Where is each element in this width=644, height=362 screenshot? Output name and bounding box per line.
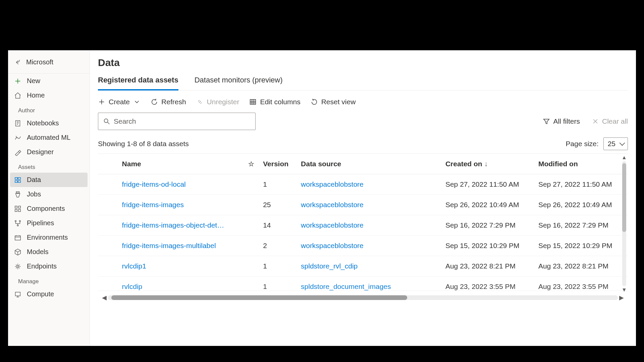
vertical-scrollbar[interactable]: ▲ ▼ (621, 154, 627, 294)
svg-rect-2 (18, 177, 20, 179)
data-source-link[interactable]: workspaceblobstore (301, 221, 364, 229)
environments-icon (14, 234, 21, 241)
column-favorite[interactable]: ☆ (243, 154, 260, 174)
sidebar-item-label: Data (27, 176, 41, 184)
table-row[interactable]: fridge-items-od-local1workspaceblobstore… (98, 174, 628, 195)
search-icon (103, 118, 110, 125)
sidebar-item-environments[interactable]: Environments (8, 230, 90, 245)
data-source-link[interactable]: workspaceblobstore (301, 180, 364, 188)
hscroll-thumb[interactable] (111, 295, 407, 300)
vscroll-track[interactable] (622, 161, 626, 286)
sidebar-item-models[interactable]: Models (8, 245, 90, 259)
table-row[interactable]: fridge-items-images25workspaceblobstoreS… (98, 195, 628, 215)
all-filters-button[interactable]: All filters (543, 117, 580, 125)
page-size-label: Page size: (566, 140, 599, 148)
asset-version: 14 (260, 215, 298, 236)
unregister-button[interactable]: Unregister (196, 98, 239, 106)
asset-version: 25 (260, 195, 298, 215)
asset-name-link[interactable]: fridge-items-od-local (122, 180, 236, 188)
sidebar-section-manage: Manage (8, 274, 90, 287)
edit-columns-button[interactable]: Edit columns (249, 98, 300, 106)
scroll-left-icon[interactable]: ◀ (101, 294, 108, 301)
modified-on: Aug 23, 2022 3:55 PM (535, 277, 628, 291)
scroll-up-icon[interactable]: ▲ (622, 154, 627, 161)
sidebar-item-jobs[interactable]: Jobs (8, 187, 90, 201)
star-icon: ☆ (248, 160, 254, 168)
asset-name-link[interactable]: rvlcdip (122, 283, 236, 291)
scroll-right-icon[interactable]: ▶ (618, 294, 625, 301)
created-on: Sep 15, 2022 10:29 PM (442, 236, 535, 256)
asset-name-link[interactable]: fridge-items-images-multilabel (122, 242, 236, 250)
columns-icon (249, 98, 257, 106)
asset-name-link[interactable]: rvlcdip1 (122, 262, 236, 270)
svg-point-9 (15, 220, 16, 222)
sidebar-section-assets: Assets (8, 159, 90, 173)
home-icon (14, 92, 21, 99)
hscroll-track[interactable] (108, 295, 618, 300)
column-version[interactable]: Version (260, 154, 298, 174)
sidebar-item-compute[interactable]: Compute (8, 287, 90, 298)
refresh-icon (151, 98, 158, 106)
column-created-on[interactable]: Created on↓ (442, 154, 535, 174)
sidebar-item-label: Home (27, 92, 45, 99)
edit-columns-label: Edit columns (260, 98, 300, 106)
svg-rect-14 (15, 292, 20, 296)
sidebar-item-designer[interactable]: Designer (8, 145, 90, 159)
search-input-wrapper[interactable] (98, 113, 256, 130)
sidebar-item-label: New (27, 77, 40, 85)
refresh-button[interactable]: Refresh (151, 98, 186, 106)
table-row[interactable]: fridge-items-images-multilabel2workspace… (98, 236, 628, 256)
notebook-icon (14, 120, 21, 127)
modified-on: Sep 15, 2022 10:29 PM (535, 236, 628, 256)
sidebar-item-data[interactable]: Data (10, 173, 88, 187)
column-data-source[interactable]: Data source (298, 154, 442, 174)
sidebar-item-endpoints[interactable]: Endpoints (8, 259, 90, 274)
data-source-link[interactable]: spldstore_rvl_cdip (301, 262, 358, 270)
clear-all-label: Clear all (602, 117, 628, 125)
compute-icon (14, 291, 21, 298)
data-source-link[interactable]: spldstore_document_images (301, 283, 391, 290)
asset-name-link[interactable]: fridge-items-images-object-det… (122, 221, 236, 229)
data-source-link[interactable]: workspaceblobstore (301, 242, 364, 249)
tab-registered-data-assets[interactable]: Registered data assets (98, 73, 178, 90)
created-on: Sep 27, 2022 11:50 AM (442, 174, 535, 195)
column-name[interactable]: Name (119, 154, 243, 174)
svg-rect-12 (15, 236, 21, 240)
search-input[interactable] (114, 117, 251, 125)
sidebar-item-label: Environments (27, 234, 68, 241)
vscroll-thumb[interactable] (622, 163, 626, 232)
results-count: Showing 1-8 of 8 data assets (98, 140, 189, 148)
table-row[interactable]: rvlcdip1spldstore_document_imagesAug 23,… (98, 277, 628, 291)
chevron-down-icon (133, 98, 141, 106)
horizontal-scrollbar[interactable]: ◀ ▶ (98, 294, 628, 301)
table-row[interactable]: fridge-items-images-object-det…14workspa… (98, 215, 628, 236)
column-modified-on[interactable]: Modified on (535, 154, 628, 174)
data-source-link[interactable]: workspaceblobstore (301, 201, 364, 208)
reset-view-button[interactable]: Reset view (311, 98, 356, 106)
sidebar-item-notebooks[interactable]: Notebooks (8, 116, 90, 130)
asset-version: 1 (260, 277, 298, 291)
sidebar-item-home[interactable]: Home (8, 88, 90, 103)
sidebar-item-pipelines[interactable]: Pipelines (8, 216, 90, 230)
page-size-select[interactable]: 25 (603, 137, 628, 150)
svg-rect-3 (15, 180, 17, 182)
sidebar-item-automl[interactable]: Automated ML (8, 130, 90, 145)
clear-all-button[interactable]: Clear all (592, 117, 628, 125)
svg-rect-4 (18, 180, 20, 182)
sidebar-item-label: Designer (27, 148, 54, 156)
all-filters-label: All filters (553, 117, 580, 125)
sidebar-item-components[interactable]: Components (8, 201, 90, 216)
sidebar-item-new[interactable]: New (8, 74, 90, 88)
create-button[interactable]: Create (98, 98, 141, 106)
column-checkbox[interactable] (98, 154, 119, 174)
page-title: Data (98, 57, 628, 68)
filter-icon (543, 118, 550, 125)
table-row[interactable]: rvlcdip11spldstore_rvl_cdipAug 23, 2022 … (98, 256, 628, 277)
asset-name-link[interactable]: fridge-items-images (122, 201, 236, 209)
create-label: Create (109, 98, 130, 106)
svg-point-10 (19, 220, 21, 222)
automl-icon (14, 134, 21, 141)
workspace-switcher[interactable]: Microsoft (8, 54, 90, 74)
tab-dataset-monitors[interactable]: Dataset monitors (preview) (195, 73, 283, 90)
scroll-down-icon[interactable]: ▼ (622, 286, 627, 294)
